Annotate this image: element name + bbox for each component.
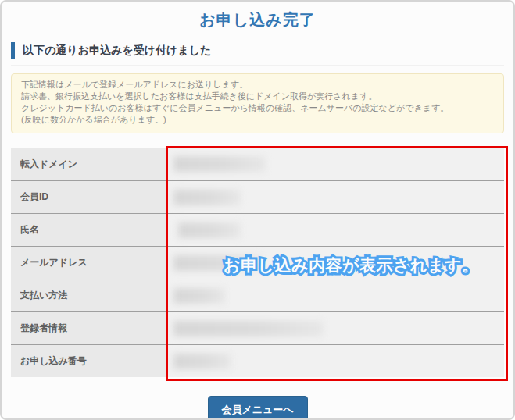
table-row-registrant-info: 登録者情報 <box>11 311 504 344</box>
table-row-email: メールアドレス <box>11 246 504 279</box>
row-value-redacted <box>166 214 504 246</box>
application-complete-page: お申し込み完了 以下の通りお申込みを受け付けました 下記情報はメールで登録メール… <box>0 0 515 420</box>
member-menu-button[interactable]: 会員メニューへ <box>208 396 308 420</box>
notice-line: 下記情報はメールで登録メールアドレスにお送りします。 <box>21 79 494 91</box>
row-label: お申し込み番号 <box>11 345 166 377</box>
redacted-value-blur <box>173 255 261 271</box>
row-label: 支払い方法 <box>11 279 166 311</box>
notice-line: 請求書、銀行振込支払いを選択したお客様は支払手続き後にドメイン取得が実行されます… <box>21 91 494 102</box>
table-row-payment-method: 支払い方法 <box>11 279 504 311</box>
table-row-member-id: 会員ID <box>11 180 504 213</box>
row-label: メールアドレス <box>11 247 166 279</box>
section-heading-wrap: 以下の通りお申込みを受け付けました <box>11 42 504 66</box>
redacted-value-blur <box>173 156 266 172</box>
application-summary-table: 転入ドメイン 会員ID 氏名 メールアドレス 支払い方法 登録者情報 お申し込み… <box>11 148 504 377</box>
row-label: 氏名 <box>11 214 166 246</box>
footer-button-row: 会員メニューへ <box>2 396 513 420</box>
row-label: 転入ドメイン <box>11 148 166 180</box>
redacted-value-blur <box>173 288 225 304</box>
redacted-value-blur <box>173 354 231 369</box>
notice-box: 下記情報はメールで登録メールアドレスにお送りします。 請求書、銀行振込支払いを選… <box>11 73 504 133</box>
notice-line: (反映に数分かかる場合があります。) <box>21 114 494 126</box>
redacted-value-blur <box>178 222 241 238</box>
page-title: お申し込み完了 <box>2 2 513 30</box>
row-label: 会員ID <box>11 181 166 213</box>
notice-line: クレジットカード払いのお客様はすぐに会員メニューから情報の確認、ネームサーバの設… <box>21 102 494 114</box>
redacted-value-blur <box>173 190 241 205</box>
section-heading: 以下の通りお申込みを受け付けました <box>11 42 504 59</box>
table-row-name: 氏名 <box>11 213 504 246</box>
row-value-redacted <box>166 345 504 377</box>
row-value-redacted <box>166 279 504 311</box>
table-row-transfer-domain: 転入ドメイン <box>11 148 504 180</box>
row-value-redacted <box>166 247 504 279</box>
row-value-redacted <box>166 148 504 180</box>
row-value-redacted <box>166 312 504 344</box>
table-row-application-number: お申し込み番号 <box>11 344 504 377</box>
row-value-redacted <box>166 181 504 213</box>
redacted-value-blur <box>173 321 324 336</box>
row-label: 登録者情報 <box>11 312 166 344</box>
